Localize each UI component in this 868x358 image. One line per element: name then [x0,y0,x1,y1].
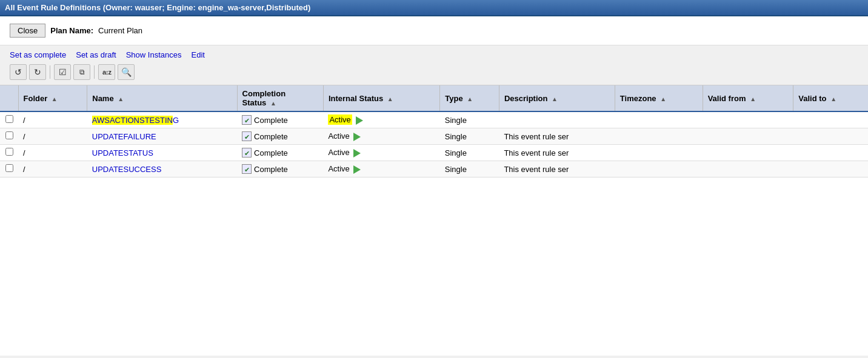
table-area: Folder ▲ Name ▲ CompletionStatus ▲ Inter… [0,85,868,177]
completion-status: Complete [254,132,288,141]
event-rules-table: Folder ▲ Name ▲ CompletionStatus ▲ Inter… [0,85,868,177]
col-header-name[interactable]: Name ▲ [87,85,237,111]
sort-icon[interactable]: a↕z [98,64,115,80]
row-name[interactable]: UPDATESTATUS [87,145,237,161]
row-checkbox[interactable] [0,161,18,177]
title-bar: All Event Rule Definitions (Owner: wause… [0,0,868,16]
col-header-timezone[interactable]: Timezone ▲ [615,85,703,111]
row-internal: Active [323,111,439,128]
row-validfrom [703,128,793,145]
name-link[interactable]: UPDATESUCCESS [92,165,162,174]
row-validfrom [703,111,793,128]
col-header-folder[interactable]: Folder ▲ [18,85,87,111]
table-row: / UPDATESTATUS ✔ Complete Active [0,145,868,161]
row-type: Single [440,161,499,177]
set-as-complete-link[interactable]: Set as complete [10,50,66,59]
completion-cell: ✔ Complete [242,131,318,141]
row-description: This event rule ser [499,128,615,145]
col-header-internal[interactable]: Internal Status ▲ [323,85,439,111]
completion-cell: ✔ Complete [242,148,318,157]
col-header-checkbox [0,85,18,111]
row-internal: Active [323,128,439,145]
title-text: All Event Rule Definitions (Owner: wause… [5,3,310,12]
row-name[interactable]: AWSACTIONSTESTING [87,111,237,128]
refresh2-icon[interactable]: ↻ [29,64,46,80]
row-description: This event rule ser [499,161,615,177]
show-instances-link[interactable]: Show Instances [126,50,182,59]
row-checkbox[interactable] [0,111,18,128]
completion-cell: ✔ Complete [242,164,318,174]
row-checkbox[interactable] [0,145,18,161]
row-validfrom [703,145,793,161]
play-icon [353,165,361,174]
row-description [499,111,615,128]
table-row: / UPDATEFAILURE ✔ Complete Active [0,128,868,145]
row-folder: / [18,161,87,177]
name-link[interactable]: AWSACTIONSTESTING [92,116,179,125]
plan-value: Current Plan [98,26,142,35]
main-content: Close Plan Name: Current Plan Set as com… [0,16,868,356]
completion-status: Complete [254,165,288,174]
completion-cell: ✔ Complete [242,115,318,125]
completion-status: Complete [254,116,288,125]
row-completion: ✔ Complete [237,161,323,177]
play-icon [353,133,361,141]
row-internal: Active [323,161,439,177]
checkbox-input[interactable] [5,148,13,156]
row-timezone [615,111,703,128]
row-folder: / [18,128,87,145]
col-header-validfrom[interactable]: Valid from ▲ [703,85,793,111]
row-validto [793,111,868,128]
name-link[interactable]: UPDATESTATUS [92,148,153,157]
row-folder: / [18,111,87,128]
row-description: This event rule ser [499,145,615,161]
col-header-type[interactable]: Type ▲ [440,85,499,111]
row-completion: ✔ Complete [237,145,323,161]
plan-label: Plan Name: [50,26,93,35]
toolbar-area: Set as complete Set as draft Show Instan… [0,45,868,85]
row-name[interactable]: UPDATEFAILURE [87,128,237,145]
row-validto [793,128,868,145]
table-body: / AWSACTIONSTESTING ✔ Complete Active [0,111,868,177]
search-icon[interactable]: 🔍 [118,64,135,80]
copy-icon[interactable]: ⧉ [73,64,90,80]
row-validto [793,145,868,161]
select-icon[interactable]: ☑ [54,64,71,80]
completion-status: Complete [254,148,288,157]
checkbox-input[interactable] [5,131,13,139]
separator-1 [50,65,50,79]
row-completion: ✔ Complete [237,111,323,128]
action-links: Set as complete Set as draft Show Instan… [10,50,858,59]
col-header-description[interactable]: Description ▲ [499,85,615,111]
refresh-icon[interactable]: ↺ [10,64,27,80]
name-highlight: AWSACTIONSTESTIN [92,116,173,125]
edit-link[interactable]: Edit [191,50,204,59]
row-validto [793,161,868,177]
completion-check-icon: ✔ [242,131,252,141]
checkbox-input[interactable] [5,115,13,123]
row-timezone [615,145,703,161]
play-icon [356,116,363,125]
table-header-row: Folder ▲ Name ▲ CompletionStatus ▲ Inter… [0,85,868,111]
col-header-validto[interactable]: Valid to ▲ [793,85,868,111]
top-bar: Close Plan Name: Current Plan [0,16,868,45]
col-header-completion[interactable]: CompletionStatus ▲ [237,85,323,111]
row-checkbox[interactable] [0,128,18,145]
name-suffix: G [173,116,179,125]
row-type: Single [440,128,499,145]
set-as-draft-link[interactable]: Set as draft [76,50,116,59]
row-completion: ✔ Complete [237,128,323,145]
completion-check-icon: ✔ [242,148,252,157]
checkbox-input[interactable] [5,164,13,172]
close-button[interactable]: Close [10,24,45,38]
row-timezone [615,161,703,177]
row-internal: Active [323,145,439,161]
row-name[interactable]: UPDATESUCCESS [87,161,237,177]
name-link[interactable]: UPDATEFAILURE [92,132,156,141]
table-row: / AWSACTIONSTESTING ✔ Complete Active [0,111,868,128]
completion-check-icon: ✔ [242,164,252,174]
table-row: / UPDATESUCCESS ✔ Complete Active [0,161,868,177]
row-timezone [615,128,703,145]
row-validfrom [703,161,793,177]
icon-toolbar: ↺ ↻ ☑ ⧉ a↕z 🔍 [10,64,858,80]
